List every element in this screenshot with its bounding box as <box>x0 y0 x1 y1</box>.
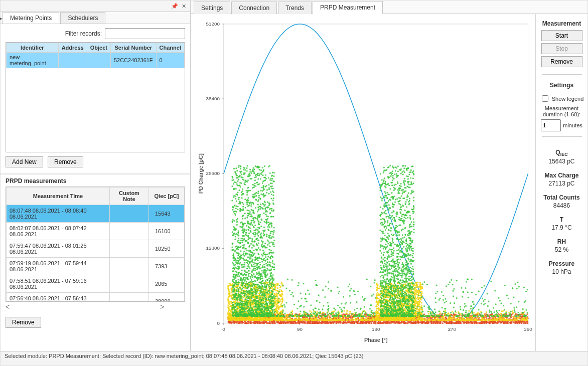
table-header[interactable]: Address <box>58 43 87 53</box>
close-icon[interactable]: ✕ <box>180 3 187 10</box>
table-row[interactable]: 07:58:51 08.06.2021 - 07:59:16 08.06.202… <box>7 275 185 293</box>
svg-point-5581 <box>330 319 332 321</box>
expand-arrow-icon[interactable]: ▶ <box>0 16 3 21</box>
remove-button[interactable]: Remove <box>541 56 582 67</box>
svg-point-6964 <box>240 168 241 169</box>
svg-point-7227 <box>259 173 261 174</box>
svg-point-6830 <box>508 298 509 299</box>
svg-point-7733 <box>525 309 527 311</box>
svg-text:360: 360 <box>524 326 532 332</box>
svg-point-5561 <box>376 287 378 288</box>
start-button[interactable]: Start <box>541 30 582 41</box>
table-row[interactable]: 07:59:47 08.06.2021 - 08:01:25 08.06.202… <box>7 240 185 258</box>
table-cell <box>109 293 149 302</box>
svg-point-8954 <box>252 295 254 296</box>
svg-point-6324 <box>241 227 243 228</box>
svg-point-8873 <box>407 230 409 232</box>
remove-meas-button[interactable]: Remove <box>6 317 41 328</box>
svg-point-5846 <box>462 296 463 297</box>
svg-point-7547 <box>278 291 280 292</box>
svg-point-8472 <box>259 166 260 168</box>
tab-connection[interactable]: Connection <box>231 2 277 14</box>
svg-point-7483 <box>239 286 240 288</box>
remove-mp-button[interactable]: Remove <box>48 156 83 167</box>
table-header[interactable]: Identifier <box>7 43 59 53</box>
svg-point-8689 <box>251 271 252 272</box>
tab-schedulers[interactable]: Schedulers <box>60 12 105 24</box>
svg-point-2084 <box>261 322 263 323</box>
tab-prpd[interactable]: PRPD Measurement <box>313 1 383 14</box>
svg-point-9468 <box>234 311 235 312</box>
svg-point-8998 <box>245 298 247 300</box>
svg-point-6906 <box>239 275 240 277</box>
table-row[interactable]: new metering_point52CC2402361F0 <box>7 53 185 68</box>
svg-point-9212 <box>446 314 447 316</box>
svg-point-6949 <box>313 309 314 310</box>
table-row[interactable]: 08:07:48 08.06.2021 - 08:08:40 08.06.202… <box>7 205 185 223</box>
svg-point-8482 <box>392 258 394 260</box>
svg-point-9432 <box>344 315 346 316</box>
svg-point-6808 <box>234 213 236 215</box>
duration-input[interactable] <box>541 119 561 131</box>
svg-point-8280 <box>233 267 234 268</box>
svg-point-3832 <box>324 318 326 319</box>
svg-point-7755 <box>379 190 381 191</box>
table-header[interactable]: Object <box>87 43 110 53</box>
show-legend-checkbox[interactable] <box>542 95 548 102</box>
svg-point-8462 <box>395 271 396 272</box>
table-row[interactable]: 07:56:40 08.06.2021 - 07:56:43 08.06.202… <box>7 293 185 302</box>
svg-point-9320 <box>392 204 393 205</box>
svg-point-8838 <box>398 197 400 199</box>
svg-point-9289 <box>238 314 239 316</box>
svg-point-8164 <box>269 282 271 284</box>
table-header[interactable]: Measurement Time <box>7 188 110 205</box>
svg-point-6576 <box>354 309 355 310</box>
svg-point-5354 <box>416 290 418 292</box>
pin-icon[interactable]: 📌 <box>171 3 178 10</box>
svg-point-9632 <box>263 245 265 247</box>
svg-point-8093 <box>251 215 252 217</box>
table-header[interactable]: Custom Note <box>109 188 149 205</box>
svg-point-9095 <box>504 285 506 286</box>
tab-settings[interactable]: Settings <box>194 2 230 14</box>
filter-input[interactable] <box>105 28 185 39</box>
svg-point-7579 <box>270 285 272 287</box>
svg-point-8176 <box>387 183 389 185</box>
svg-text:38400: 38400 <box>206 96 220 101</box>
svg-point-8267 <box>379 300 381 301</box>
svg-point-2051 <box>328 322 329 323</box>
table-header[interactable]: Qiec [pC] <box>149 188 184 205</box>
tab-metering-points[interactable]: Metering Points <box>3 12 59 24</box>
svg-point-6577 <box>259 169 260 170</box>
table-row[interactable]: 08:02:07 08.06.2021 - 08:07:42 08.06.202… <box>7 223 185 240</box>
svg-point-2135 <box>486 321 487 323</box>
tab-trends[interactable]: Trends <box>278 2 312 14</box>
svg-point-8208 <box>305 293 307 295</box>
svg-point-8130 <box>255 185 256 187</box>
table-row[interactable]: 07:59:19 08.06.2021 - 07:59:44 08.06.202… <box>7 258 185 275</box>
svg-point-6872 <box>520 315 521 316</box>
svg-point-8529 <box>333 307 335 309</box>
svg-point-9115 <box>256 306 257 308</box>
svg-point-7311 <box>462 315 464 317</box>
svg-point-5367 <box>516 319 517 321</box>
show-legend-row[interactable]: Show legend <box>540 94 584 103</box>
svg-point-9174 <box>258 240 259 241</box>
svg-point-8067 <box>451 279 452 281</box>
add-new-button[interactable]: Add New <box>6 156 43 167</box>
svg-point-9625 <box>405 313 407 315</box>
svg-point-6667 <box>467 279 469 280</box>
prpd-chart[interactable]: 012800256003840051200090180270360PD Char… <box>196 19 533 346</box>
svg-point-9417 <box>263 312 264 314</box>
svg-point-8559 <box>248 309 249 310</box>
stop-button[interactable]: Stop <box>541 43 582 54</box>
svg-point-7465 <box>270 192 271 193</box>
table-header[interactable]: Serial Number <box>110 43 156 53</box>
svg-point-5659 <box>228 291 230 292</box>
svg-point-2059 <box>454 322 456 324</box>
table-header[interactable]: Channel <box>156 43 184 53</box>
svg-point-9355 <box>406 261 407 263</box>
hscroll[interactable]: <> <box>1 302 190 313</box>
svg-point-9187 <box>237 232 239 234</box>
svg-point-8956 <box>256 272 257 274</box>
